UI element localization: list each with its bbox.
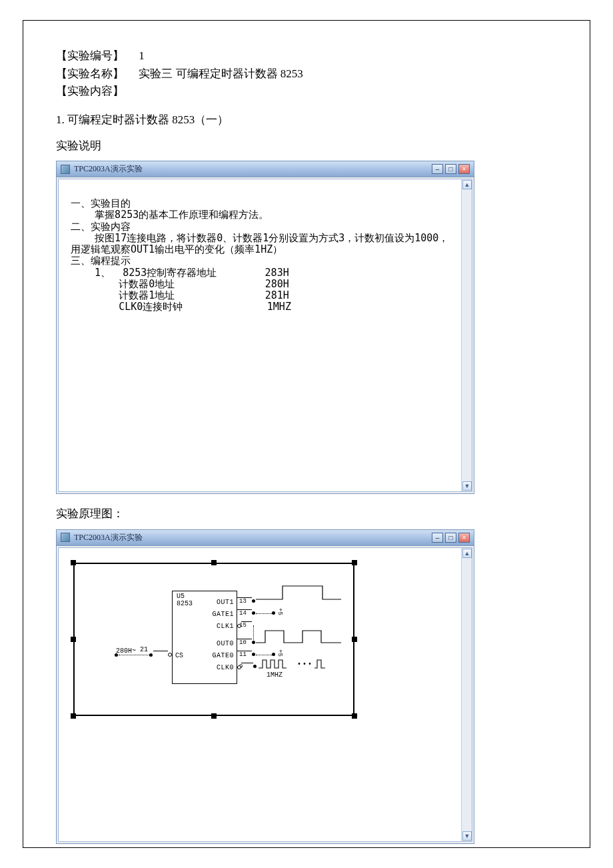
page-content: 【实验编号】 1 【实验名称】 实验三 可编程定时器计数器 8253 【实验内容… <box>56 48 562 856</box>
scroll-up-icon[interactable]: ▲ <box>462 180 472 189</box>
pin-row-out0: OUT0 10 <box>173 639 237 649</box>
window-2-vscrollbar[interactable]: ▲ ▼ <box>461 548 472 841</box>
clk1-inverter-icon <box>237 624 241 628</box>
scroll-down-icon[interactable]: ▼ <box>462 831 472 841</box>
app-icon <box>61 533 70 542</box>
out1-pin-line <box>237 597 252 598</box>
pin-row-out1: OUT1 13 <box>173 598 237 607</box>
gate0-node-dot <box>252 653 255 656</box>
addr-label: 280H~ <box>116 648 136 655</box>
pin-name-clk1: CLK1 <box>217 622 234 632</box>
pin-name-gate1: GATE1 <box>212 610 234 620</box>
clk0-node-dot <box>253 665 257 668</box>
pin-row-clk0: CLK0 9 <box>173 663 237 673</box>
window-2-titlebar[interactable]: TPC2003A演示实验 – □ × <box>57 530 474 546</box>
close-button[interactable]: × <box>458 533 470 543</box>
gate1-wire-dotted <box>256 613 272 614</box>
line-9: CLK0连接时钟 1MHZ <box>71 301 291 313</box>
resize-handle-tm[interactable] <box>211 560 217 565</box>
header-id-value: 1 <box>139 49 145 62</box>
resize-handle-bm[interactable] <box>211 713 217 719</box>
cs-pin-line <box>153 651 168 651</box>
line-4: 用逻辑笔观察OUT1输出电平的变化（频率1HZ） <box>71 243 283 255</box>
clk0-ellipsis: ••• <box>297 661 313 668</box>
app-icon <box>61 165 70 174</box>
clk1-pin-line <box>241 621 252 622</box>
scroll-down-icon[interactable]: ▼ <box>462 481 472 491</box>
description-label: 实验说明 <box>56 138 562 155</box>
out1-waveform-icon <box>256 583 342 603</box>
close-button[interactable]: × <box>458 164 470 174</box>
line-5: 三、编程提示 <box>71 255 131 267</box>
embedded-window-2: TPC2003A演示实验 – □ × 280H~ 21 <box>56 529 474 844</box>
addr-terminal-dot <box>115 653 118 657</box>
pin-row-clk1: CLK1 15 <box>173 622 237 631</box>
resize-handle-ml[interactable] <box>71 637 76 642</box>
chip-8253-box: U5 8253 CS OUT1 13 GATE1 14 CLK1 <box>172 591 237 684</box>
resize-handle-mr[interactable] <box>352 637 357 642</box>
maximize-button[interactable]: □ <box>445 164 456 174</box>
pin-name-out0: OUT0 <box>217 639 234 649</box>
plus5-label-b: +5 <box>277 649 283 657</box>
out1-node-dot <box>252 599 255 603</box>
experiment-text-area: 一、实验目的 掌握8253的基本工作原理和编程方法。 二、实验内容 按图17连接… <box>59 179 472 491</box>
clk0-waveform-a-icon <box>259 657 299 671</box>
gate0-wire-dotted <box>256 655 272 655</box>
clk0-waveform-b-icon <box>314 657 328 671</box>
window-1-vscrollbar[interactable]: ▲ ▼ <box>461 179 472 491</box>
line-7: 计数器0地址 280H <box>71 278 289 290</box>
resize-handle-tl[interactable] <box>71 560 76 565</box>
pin-num-gate1: 14 <box>239 609 247 618</box>
experiment-text-pre: 一、实验目的 掌握8253的基本工作原理和编程方法。 二、实验内容 按图17连接… <box>71 198 456 313</box>
resize-handle-tr[interactable] <box>352 560 357 565</box>
gate1-end-dot <box>272 611 275 615</box>
header-name-label: 【实验名称】 <box>56 67 124 80</box>
gate1-pin-line <box>237 609 252 610</box>
clk0-inverter-icon <box>237 665 241 669</box>
header-id-label: 【实验编号】 <box>56 49 124 62</box>
cs-pin-num: 21 <box>140 647 148 653</box>
maximize-button[interactable]: □ <box>445 533 456 543</box>
gate0-end-dot <box>272 653 275 656</box>
addr-wire-dot <box>149 653 153 657</box>
resize-handle-br[interactable] <box>352 713 357 719</box>
line-0: 一、实验目的 <box>71 197 131 209</box>
pin-name-gate0: GATE0 <box>212 651 234 661</box>
out0-waveform-icon <box>256 628 342 645</box>
diagram-label: 实验原理图： <box>56 506 562 523</box>
minimize-button[interactable]: – <box>432 164 443 174</box>
header-id-line: 【实验编号】 1 <box>56 48 562 65</box>
line-6: 1、 8253控制寄存器地址 283H <box>71 267 289 279</box>
gate1-node-dot <box>252 611 255 615</box>
out0-to-clk1-vlink <box>253 625 254 643</box>
pin-name-clk0: CLK0 <box>217 663 234 673</box>
window-1-body: 一、实验目的 掌握8253的基本工作原理和编程方法。 二、实验内容 按图17连接… <box>58 179 472 492</box>
addr-wire-dotted <box>119 655 149 655</box>
scroll-up-icon[interactable]: ▲ <box>462 549 472 558</box>
embedded-window-1: TPC2003A演示实验 – □ × 一、实验目的 掌握8253的基本工作原理和… <box>56 161 474 494</box>
window-1-titlebar[interactable]: TPC2003A演示实验 – □ × <box>57 161 474 177</box>
line-3: 按图17连接电路，将计数器0、计数器1分别设置为方式3，计数初值设为1000， <box>71 232 448 244</box>
line-2: 二、实验内容 <box>71 221 131 233</box>
out0-pin-line <box>237 639 252 639</box>
gate0-pin-line <box>237 651 252 651</box>
clk0-pin-line <box>241 663 253 663</box>
window-2-title: TPC2003A演示实验 <box>74 532 143 543</box>
window-2-body: 280H~ 21 U5 8253 CS OUT1 <box>58 547 472 842</box>
header-content-label: 【实验内容】 <box>56 83 562 100</box>
section-1-title: 1. 可编程定时器计数器 8253（一） <box>56 112 562 129</box>
pin-num-gate0: 11 <box>239 651 247 659</box>
pin-num-out0: 10 <box>239 639 247 647</box>
header-name-value: 实验三 可编程定时器计数器 8253 <box>139 67 303 80</box>
minimize-button[interactable]: – <box>432 533 443 543</box>
pin-name-out1: OUT1 <box>217 598 234 608</box>
header-name-line: 【实验名称】 实验三 可编程定时器计数器 8253 <box>56 66 562 83</box>
resize-handle-bl[interactable] <box>71 713 76 719</box>
circuit-diagram-area: 280H~ 21 U5 8253 CS OUT1 <box>59 548 472 841</box>
pin-row-gate0: GATE0 11 <box>173 651 237 661</box>
pin-num-out1: 13 <box>239 597 247 606</box>
plus5-label-a: +5 <box>277 608 283 615</box>
line-1: 掌握8253的基本工作原理和编程方法。 <box>71 209 269 221</box>
pin-row-gate1: GATE1 14 <box>173 610 237 619</box>
window-1-title: TPC2003A演示实验 <box>74 163 143 175</box>
